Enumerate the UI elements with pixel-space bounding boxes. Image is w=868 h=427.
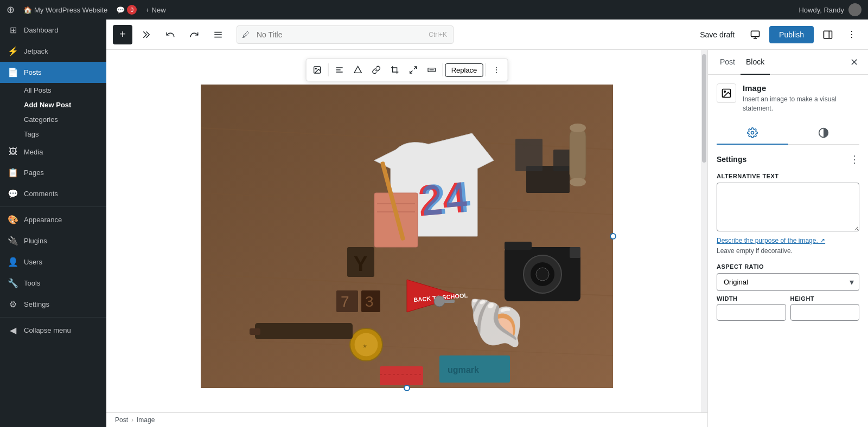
describe-link[interactable]: Describe the purpose of the image. ↗: [717, 237, 825, 244]
sidebar-item-jetpack[interactable]: ⚡ Jetpack: [0, 41, 106, 62]
sidebar-subitem-add-new-post[interactable]: Add New Post: [0, 98, 106, 112]
height-input[interactable]: [790, 304, 860, 321]
svg-text:★: ★: [362, 343, 367, 349]
toolbar-divider-1: [328, 63, 329, 76]
comments-badge: 0: [127, 5, 137, 15]
block-info: Image Insert an image to make a visual s…: [717, 83, 859, 113]
svg-marker-13: [354, 66, 361, 73]
scrollbar[interactable]: [701, 50, 707, 412]
new-content-link[interactable]: + New: [145, 6, 165, 14]
sidebar-item-posts[interactable]: 📄 Posts: [0, 62, 106, 83]
breadcrumb-bar: Post › Image: [106, 412, 707, 427]
align-button[interactable]: [331, 61, 348, 79]
sidebar: ⊞ Dashboard ⚡ Jetpack 📄 Posts All Posts …: [0, 20, 106, 427]
panel-sub-tabs: [717, 122, 859, 145]
image-block[interactable]: 24 24: [201, 85, 613, 388]
sub-tab-styles[interactable]: [788, 122, 860, 145]
sub-tab-settings[interactable]: [717, 122, 788, 145]
tools-icon: 🔧: [8, 278, 18, 288]
sidebar-item-tools[interactable]: 🔧 Tools: [0, 273, 106, 294]
undo-button[interactable]: [161, 25, 180, 44]
height-field: HEIGHT: [790, 295, 860, 321]
pages-icon: 📋: [8, 167, 18, 178]
sidebar-item-pages[interactable]: 📋 Pages: [0, 162, 106, 183]
comments-icon: 💬: [8, 189, 18, 199]
post-title-search: 🖊 Ctrl+K: [237, 25, 454, 44]
scrollbar-thumb[interactable]: [702, 54, 706, 163]
crop-button[interactable]: [386, 61, 404, 79]
editor-area: Replace ⋮: [106, 50, 707, 427]
alt-text-field: ALTERNATIVE TEXT Describe the purpose of…: [717, 173, 859, 255]
panel-content: Image Insert an image to make a visual s…: [708, 75, 868, 427]
site-name-link[interactable]: 🏠 My WordPress Website: [23, 6, 107, 14]
tab-post[interactable]: Post: [714, 50, 741, 75]
comments-link[interactable]: 💬 0: [116, 5, 137, 15]
link-button[interactable]: [368, 61, 385, 79]
wp-logo-icon[interactable]: ⊕: [7, 4, 15, 16]
aspect-ratio-select-wrapper: Original 16:9 4:3 3:2 1:1 9:16 ▾: [717, 273, 859, 291]
jetpack-icon: ⚡: [8, 46, 18, 56]
resize-handle-right[interactable]: [610, 233, 616, 240]
sidebar-item-users[interactable]: 👤 Users: [0, 251, 106, 273]
more-options-button[interactable]: ⋮: [842, 25, 861, 44]
sidebar-item-settings[interactable]: ⚙ Settings: [0, 294, 106, 315]
panel-close-button[interactable]: ✕: [846, 55, 861, 70]
save-draft-button[interactable]: Save draft: [693, 27, 741, 42]
breadcrumb-image[interactable]: Image: [137, 416, 155, 424]
alt-text-input[interactable]: [717, 183, 859, 231]
tools-button[interactable]: [137, 25, 156, 44]
tab-block[interactable]: Block: [741, 50, 770, 75]
sidebar-subitem-tags[interactable]: Tags: [0, 127, 106, 141]
sidebar-divider: [0, 206, 106, 207]
svg-text:3: 3: [365, 293, 374, 310]
resize-handle-bottom[interactable]: [404, 385, 410, 391]
redo-button[interactable]: [184, 25, 204, 44]
collapse-menu-button[interactable]: ◀ Collapse menu: [0, 320, 106, 341]
image-block-image-button[interactable]: [309, 61, 326, 79]
image-container[interactable]: Replace ⋮: [106, 50, 707, 412]
dashboard-icon: ⊞: [8, 25, 18, 35]
svg-text:ugmark: ugmark: [448, 365, 479, 374]
transform-button[interactable]: [349, 61, 367, 79]
sidebar-item-comments[interactable]: 💬 Comments: [0, 183, 106, 204]
width-input[interactable]: [717, 304, 786, 321]
sidebar-toggle-button[interactable]: [818, 25, 838, 44]
width-field: WIDTH: [717, 295, 786, 321]
block-more-button[interactable]: ⋮: [488, 61, 505, 79]
breadcrumb-post[interactable]: Post: [115, 416, 128, 424]
avatar[interactable]: [848, 3, 861, 16]
expand-button[interactable]: [405, 61, 422, 79]
svg-rect-48: [380, 366, 423, 385]
block-info-icon: [717, 83, 736, 103]
pen-icon: 🖊: [242, 30, 250, 39]
svg-rect-3: [751, 31, 760, 37]
sidebar-subitem-categories[interactable]: Categories: [0, 112, 106, 127]
image-block-toolbar: Replace ⋮: [306, 59, 508, 81]
sidebar-item-plugins[interactable]: 🔌 Plugins: [0, 230, 106, 251]
replace-button[interactable]: Replace: [445, 63, 483, 77]
svg-line-14: [414, 67, 417, 69]
shortcut-hint: Ctrl+K: [429, 31, 447, 38]
post-title-input[interactable]: [237, 25, 454, 44]
publish-button[interactable]: Publish: [769, 26, 814, 43]
list-view-button[interactable]: [208, 25, 228, 44]
svg-point-57: [434, 296, 445, 307]
dimension-fields: WIDTH HEIGHT: [717, 295, 859, 321]
sidebar-subitem-all-posts[interactable]: All Posts: [0, 83, 106, 98]
sidebar-item-media[interactable]: 🖼 Media: [0, 141, 106, 162]
add-block-button[interactable]: +: [113, 25, 132, 44]
svg-rect-6: [824, 31, 832, 38]
editor-toolbar: +: [106, 20, 868, 50]
caption-button[interactable]: [423, 61, 441, 79]
sidebar-item-dashboard[interactable]: ⊞ Dashboard: [0, 20, 106, 41]
aspect-ratio-field: ASPECT RATIO Original 16:9 4:3 3:2 1:1 9…: [717, 263, 859, 291]
settings-more-button[interactable]: ⋮: [850, 153, 859, 165]
svg-line-15: [410, 70, 413, 73]
svg-text:Y: Y: [354, 253, 367, 275]
view-button[interactable]: [745, 25, 765, 44]
main-editor: +: [106, 20, 868, 427]
aspect-ratio-select[interactable]: Original 16:9 4:3 3:2 1:1 9:16: [717, 273, 859, 291]
sidebar-item-appearance[interactable]: 🎨 Appearance: [0, 209, 106, 230]
sidebar-divider-2: [0, 317, 106, 318]
svg-point-62: [724, 91, 726, 93]
